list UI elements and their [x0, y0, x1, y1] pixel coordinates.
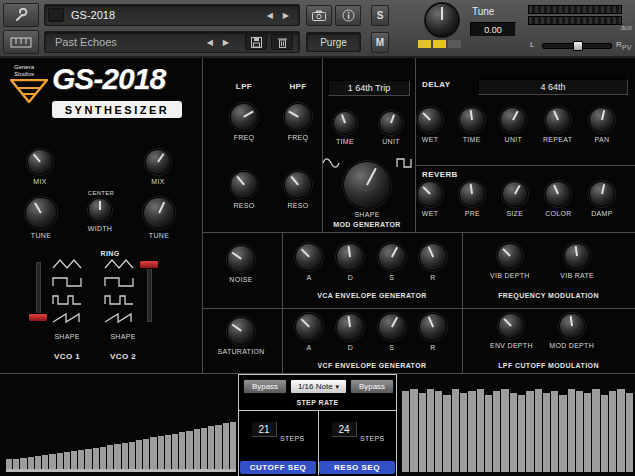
noise-knob[interactable]: [228, 246, 254, 272]
seq-bar[interactable]: [535, 389, 542, 472]
knob-pan[interactable]: [590, 108, 614, 132]
seq-bar[interactable]: [468, 391, 475, 472]
knob-unit[interactable]: [501, 108, 525, 132]
seq-bar[interactable]: [543, 393, 550, 472]
preset-name[interactable]: Past Echoes: [55, 36, 117, 48]
prev-instrument-arrow[interactable]: ◀: [267, 12, 273, 20]
knob-wet[interactable]: [418, 108, 442, 132]
seq-bar[interactable]: [172, 434, 178, 472]
seq-bar[interactable]: [165, 435, 171, 472]
seq-bar[interactable]: [601, 395, 608, 472]
knob-d[interactable]: [337, 314, 363, 340]
reso-seq-bypass-button[interactable]: Bypass: [350, 379, 394, 394]
modgen-time-knob[interactable]: [334, 112, 356, 134]
knob-mod-depth[interactable]: [560, 314, 584, 338]
knob-a[interactable]: [296, 244, 322, 270]
save-button[interactable]: [245, 34, 267, 50]
vco1-mix-knob[interactable]: [28, 150, 52, 174]
vco-width-knob[interactable]: [89, 199, 111, 221]
solo-button[interactable]: S: [371, 5, 389, 26]
seq-bar[interactable]: [208, 426, 214, 472]
knob-vib-rate[interactable]: [565, 244, 589, 268]
knob-wet[interactable]: [418, 182, 442, 206]
seq-bar[interactable]: [460, 393, 467, 472]
hpf-reso-knob[interactable]: [285, 172, 311, 198]
seq-bar[interactable]: [501, 389, 508, 472]
knob-a[interactable]: [296, 314, 322, 340]
lpf-reso-knob[interactable]: [231, 172, 257, 198]
lpf-freq-knob[interactable]: [231, 104, 257, 130]
seq-bar[interactable]: [194, 429, 200, 472]
seq-bar[interactable]: [122, 443, 128, 472]
seq-bar[interactable]: [477, 389, 484, 472]
seq-bar[interactable]: [493, 391, 500, 472]
seq-bar[interactable]: [551, 391, 558, 472]
seq-bar[interactable]: [201, 428, 207, 472]
modgen-unit-knob[interactable]: [380, 112, 402, 134]
knob-damp[interactable]: [590, 182, 614, 206]
pv-tab-label[interactable]: PV: [622, 44, 631, 51]
knob-pre[interactable]: [460, 182, 484, 206]
knob-r[interactable]: [420, 314, 446, 340]
seq-bar[interactable]: [158, 436, 164, 472]
seq-bar[interactable]: [215, 425, 221, 472]
seq-bar[interactable]: [419, 393, 426, 472]
delete-button[interactable]: [271, 34, 293, 50]
aux-tab-label[interactable]: aux: [621, 24, 632, 31]
seq-bar[interactable]: [485, 395, 492, 472]
seq-bar[interactable]: [452, 389, 459, 472]
prev-preset-arrow[interactable]: ◀: [207, 39, 213, 47]
seq-bar[interactable]: [559, 395, 566, 472]
hpf-freq-knob[interactable]: [285, 104, 311, 130]
snapshot-camera-button[interactable]: [306, 5, 332, 26]
cutoff-steps-display[interactable]: 21: [251, 421, 277, 437]
seq-bar[interactable]: [402, 391, 409, 472]
saturation-knob[interactable]: [228, 318, 254, 344]
next-instrument-arrow[interactable]: ▶: [283, 12, 289, 20]
seq-bar[interactable]: [568, 389, 575, 472]
pan-slider[interactable]: [542, 43, 612, 49]
vco1-tune-knob[interactable]: [26, 198, 56, 228]
vco1-wave-slider-handle[interactable]: [28, 313, 48, 322]
seq-bar[interactable]: [617, 389, 624, 472]
delay-time-display[interactable]: 4 64th: [478, 79, 628, 95]
seq-bar[interactable]: [435, 391, 442, 472]
seq-bar[interactable]: [179, 432, 185, 472]
seq-bar[interactable]: [143, 439, 149, 472]
seq-bar[interactable]: [584, 393, 591, 472]
seq-bar[interactable]: [576, 391, 583, 472]
seq-bar[interactable]: [114, 444, 120, 472]
knob-d[interactable]: [337, 244, 363, 270]
knob-env-depth[interactable]: [499, 314, 523, 338]
vco2-tune-knob[interactable]: [144, 198, 174, 228]
pan-slider-handle[interactable]: [573, 41, 583, 51]
seq-bar[interactable]: [626, 393, 633, 472]
instrument-options-button[interactable]: [48, 8, 64, 22]
vco2-mix-knob[interactable]: [146, 150, 170, 174]
cutoff-seq-bypass-button[interactable]: Bypass: [243, 379, 287, 394]
step-rate-menu[interactable]: 1/16 Note ▾: [290, 379, 347, 394]
seq-bar[interactable]: [150, 437, 156, 472]
seq-bar[interactable]: [410, 389, 417, 472]
reso-steps-display[interactable]: 24: [331, 421, 357, 437]
purge-menu[interactable]: Purge: [306, 32, 361, 52]
modgen-shape-knob[interactable]: [344, 162, 390, 208]
seq-bar[interactable]: [136, 440, 142, 472]
info-button[interactable]: [335, 5, 361, 26]
knob-s[interactable]: [379, 244, 405, 270]
next-preset-arrow[interactable]: ▶: [223, 39, 229, 47]
knob-vib-depth[interactable]: [498, 244, 522, 268]
seq-bar[interactable]: [526, 391, 533, 472]
seq-bar[interactable]: [107, 445, 113, 472]
seq-bar[interactable]: [230, 422, 236, 472]
keyboard-button[interactable]: [3, 30, 39, 54]
seq-bar[interactable]: [427, 389, 434, 472]
seq-bar[interactable]: [186, 431, 192, 472]
mute-button[interactable]: M: [371, 32, 389, 53]
seq-bar[interactable]: [518, 395, 525, 472]
knob-r[interactable]: [420, 244, 446, 270]
seq-bar[interactable]: [592, 389, 599, 472]
seq-bar[interactable]: [609, 391, 616, 472]
seq-bar[interactable]: [129, 442, 135, 472]
seq-bar[interactable]: [510, 393, 517, 472]
